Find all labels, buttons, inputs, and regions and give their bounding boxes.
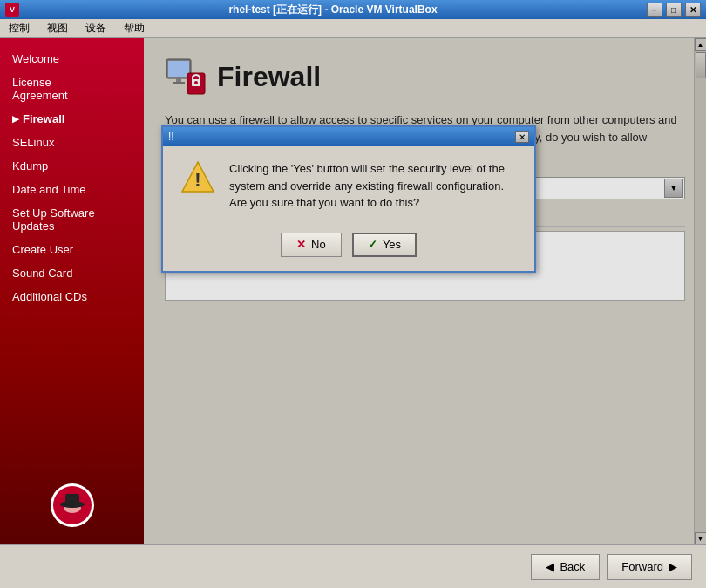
back-label: Back bbox=[560, 560, 585, 573]
sidebar-item-soundcard[interactable]: Sound Card bbox=[0, 261, 144, 285]
sidebar-item-createuser[interactable]: Create User bbox=[0, 238, 144, 261]
redhat-logo-circle bbox=[51, 483, 94, 527]
back-icon: ◀ bbox=[546, 560, 554, 573]
no-icon: ✕ bbox=[296, 238, 306, 251]
dialog-yes-button[interactable]: ✓ Yes bbox=[352, 233, 417, 257]
titlebar: V rhel-test [正在运行] - Oracle VM VirtualBo… bbox=[0, 0, 706, 19]
bottom-bar: ◀ Back Forward ▶ bbox=[0, 544, 706, 588]
sidebar-item-datetime[interactable]: Date and Time bbox=[0, 178, 144, 201]
sidebar-item-selinux[interactable]: SELinux bbox=[0, 131, 144, 154]
svg-rect-6 bbox=[65, 494, 79, 505]
forward-button[interactable]: Forward ▶ bbox=[607, 554, 692, 580]
menu-devices[interactable]: 设备 bbox=[80, 19, 112, 37]
forward-label: Forward bbox=[621, 560, 663, 573]
sidebar-item-updates[interactable]: Set Up Software Updates bbox=[0, 201, 144, 238]
dialog-message: Clicking the 'Yes' button will set the s… bbox=[229, 160, 517, 212]
dialog-buttons: ✕ No ✓ Yes bbox=[163, 226, 534, 271]
warning-icon: ! bbox=[180, 160, 215, 195]
main-layout: Welcome License Agreement Firewall SELin… bbox=[0, 38, 706, 544]
sidebar-item-firewall[interactable]: Firewall bbox=[0, 107, 144, 131]
sidebar-item-additionalcds[interactable]: Additional CDs bbox=[0, 285, 144, 308]
titlebar-buttons: − □ ✕ bbox=[647, 3, 701, 17]
sidebar-item-license[interactable]: License Agreement bbox=[0, 71, 144, 107]
forward-icon: ▶ bbox=[669, 560, 677, 573]
titlebar-icon: V bbox=[5, 3, 19, 17]
sidebar: Welcome License Agreement Firewall SELin… bbox=[0, 38, 144, 544]
titlebar-title: rhel-test [正在运行] - Oracle VM VirtualBox bbox=[19, 3, 647, 17]
minimize-button[interactable]: − bbox=[647, 3, 662, 17]
menubar: 控制 视图 设备 帮助 bbox=[0, 19, 706, 38]
dialog-close-button[interactable]: ✕ bbox=[515, 131, 529, 143]
dialog-no-button[interactable]: ✕ No bbox=[281, 233, 342, 257]
dialog-body: ! Clicking the 'Yes' button will set the… bbox=[163, 146, 534, 226]
menu-view[interactable]: 视图 bbox=[42, 19, 73, 37]
dialog-overlay: !! ✕ ! Clicking the 'Yes' button will se… bbox=[144, 38, 706, 544]
sidebar-item-kdump[interactable]: Kdump bbox=[0, 154, 144, 178]
menu-control[interactable]: 控制 bbox=[3, 19, 35, 37]
yes-icon: ✓ bbox=[368, 238, 377, 251]
confirm-dialog: !! ✕ ! Clicking the 'Yes' button will se… bbox=[161, 125, 536, 273]
redhat-logo bbox=[0, 475, 144, 536]
sidebar-item-welcome[interactable]: Welcome bbox=[0, 47, 144, 71]
back-button[interactable]: ◀ Back bbox=[531, 554, 600, 580]
svg-text:!: ! bbox=[194, 169, 200, 191]
close-button[interactable]: ✕ bbox=[685, 3, 701, 17]
no-label: No bbox=[311, 238, 326, 251]
menu-help[interactable]: 帮助 bbox=[119, 19, 150, 37]
dialog-titlebar: !! ✕ bbox=[163, 127, 534, 146]
dialog-title: !! bbox=[168, 131, 174, 143]
content-area: Firewall You can use a firewall to allow… bbox=[144, 38, 706, 544]
yes-label: Yes bbox=[383, 238, 401, 251]
maximize-button[interactable]: □ bbox=[666, 3, 682, 17]
